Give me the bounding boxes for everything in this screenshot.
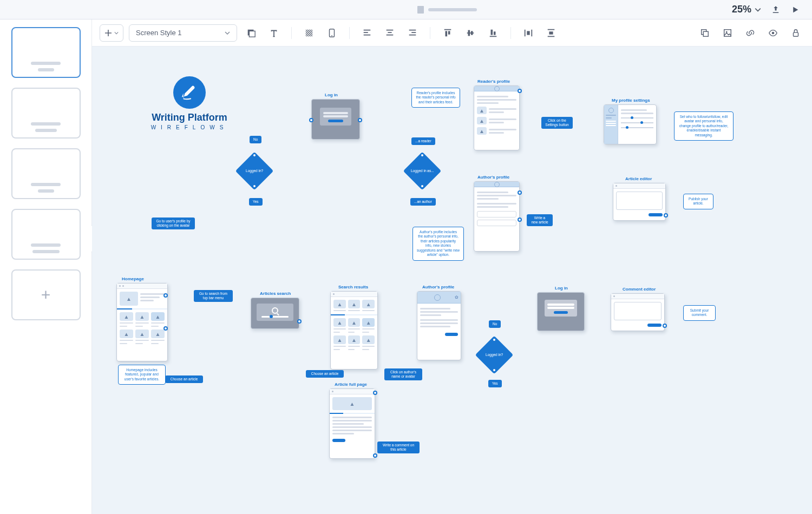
- page-thumbnail[interactable]: [11, 88, 81, 139]
- screen-label: Log in: [555, 286, 568, 291]
- text-tool-button[interactable]: [265, 24, 283, 42]
- edge-label: Choose an article: [306, 370, 344, 378]
- screen-search-results[interactable]: ▲▲▲ ▲ ▲ ▲ ▲ ▲ ▲: [330, 291, 378, 370]
- svg-rect-8: [448, 31, 450, 34]
- zoom-control[interactable]: 25%: [732, 4, 761, 15]
- link-icon[interactable]: [742, 24, 759, 42]
- edge-label: Go to search from top bar menu: [194, 290, 233, 302]
- edge-label: ...an author: [410, 198, 436, 206]
- screen-login[interactable]: [311, 99, 360, 140]
- svg-rect-20: [794, 32, 798, 36]
- screen-author-profile[interactable]: [474, 181, 520, 252]
- add-element-button[interactable]: [100, 24, 123, 42]
- svg-point-6: [331, 35, 332, 36]
- screen-homepage[interactable]: ▲ ▲ ▲ ▲ ▲ ▲ ▲: [116, 283, 168, 361]
- chevron-down-icon: [114, 31, 119, 35]
- canvas[interactable]: Writing Platform WIREFLOWS Log in Logged…: [92, 47, 812, 514]
- note-settings: Set who to follow/unfollow, edit avatar …: [674, 111, 734, 141]
- diagram-logo: Writing Platform WIREFLOWS: [122, 76, 257, 130]
- edge-label-yes: Yes: [249, 198, 263, 206]
- svg-rect-9: [468, 30, 470, 36]
- title-placeholder-bar: [428, 8, 477, 11]
- svg-rect-4: [306, 29, 313, 36]
- edge-label: Click on author's name or avatar: [384, 368, 422, 380]
- device-frame-button[interactable]: [323, 24, 340, 42]
- screen-label: Article full page: [335, 382, 367, 387]
- screen-style-label: Screen Style 1: [136, 29, 182, 37]
- align-top-button[interactable]: [439, 24, 456, 42]
- play-icon[interactable]: [790, 5, 800, 15]
- svg-rect-17: [724, 29, 731, 36]
- svg-rect-16: [703, 31, 708, 36]
- edge-label: Write a new article: [527, 214, 553, 226]
- screen-label: Author's profile: [422, 285, 454, 289]
- screen-login-2[interactable]: [537, 292, 585, 331]
- document-title[interactable]: [417, 6, 477, 14]
- note-homepage: Homepage includes featured, popular and …: [118, 365, 166, 385]
- edge-label: ...a reader: [411, 137, 435, 145]
- copy-button[interactable]: [696, 24, 713, 42]
- logo-title: Writing Platform: [152, 112, 227, 123]
- screen-label: Author's profile: [477, 175, 509, 180]
- visibility-icon[interactable]: [764, 24, 782, 42]
- svg-rect-10: [471, 31, 473, 35]
- align-bottom-button[interactable]: [484, 24, 502, 42]
- zoom-value: 25%: [732, 4, 751, 15]
- screen-label: Comment editor: [623, 287, 656, 292]
- screen-label: Log in: [325, 93, 338, 97]
- shape-tool-button[interactable]: [243, 24, 260, 42]
- svg-rect-7: [446, 31, 448, 36]
- note-author: Author's profile includes the author's p…: [412, 227, 464, 261]
- screen-label: Search results: [338, 285, 368, 289]
- edge-label: Yes: [488, 380, 502, 387]
- edge-label: Choose an article: [165, 375, 203, 383]
- title-bar: 25%: [0, 0, 812, 19]
- add-page-button[interactable]: +: [11, 269, 81, 320]
- document-icon: [417, 6, 424, 14]
- page-thumbnail[interactable]: [11, 148, 81, 199]
- edge-label: Go to user's profile by clicking on the …: [152, 218, 195, 229]
- svg-rect-12: [494, 31, 496, 35]
- screen-comment-editor[interactable]: [611, 293, 665, 331]
- svg-rect-13: [527, 31, 529, 35]
- note-reader: Reader's profile includes the reader's p…: [411, 88, 460, 108]
- upload-icon[interactable]: [771, 5, 781, 15]
- lock-icon[interactable]: [787, 24, 804, 42]
- align-middle-button[interactable]: [462, 24, 479, 42]
- screen-label: My profile settings: [612, 98, 650, 103]
- svg-point-19: [772, 31, 775, 34]
- align-right-button[interactable]: [404, 24, 421, 42]
- screen-style-select[interactable]: Screen Style 1: [129, 24, 237, 42]
- page-thumbnail[interactable]: [11, 209, 81, 260]
- distribute-vertical-button[interactable]: [542, 24, 560, 42]
- toolbar: Screen Style 1: [92, 19, 812, 47]
- edge-label: Click on the Settings button: [541, 117, 573, 129]
- screen-label: Reader's profile: [477, 79, 510, 84]
- opacity-button[interactable]: [300, 24, 318, 42]
- screen-author-profile-2[interactable]: ✿: [417, 291, 461, 360]
- align-center-button[interactable]: [381, 24, 398, 42]
- plus-icon: [104, 29, 112, 37]
- edge-label: No: [489, 320, 501, 328]
- svg-rect-14: [549, 31, 553, 34]
- pages-rail: +: [0, 19, 92, 514]
- edge-label-no: No: [250, 136, 261, 143]
- page-thumbnail[interactable]: [11, 27, 81, 78]
- svg-rect-11: [491, 29, 493, 35]
- note-submit: Submit your comment.: [683, 305, 716, 321]
- screen-article-editor[interactable]: [613, 183, 666, 221]
- chevron-down-icon: [225, 30, 230, 36]
- image-button[interactable]: [719, 24, 736, 42]
- distribute-horizontal-button[interactable]: [520, 24, 537, 42]
- screen-label: Homepage: [122, 276, 144, 281]
- screen-label: Articles search: [260, 291, 291, 296]
- screen-settings[interactable]: [604, 104, 657, 144]
- svg-rect-1: [249, 31, 255, 37]
- screen-reader-profile[interactable]: ▲ ▲ ▲: [474, 85, 520, 150]
- screen-articles-search[interactable]: [251, 298, 299, 329]
- chevron-down-icon: [755, 6, 761, 13]
- edge-label: Write a comment on this article: [377, 441, 420, 453]
- pen-logo-icon: [173, 76, 206, 109]
- screen-article-full[interactable]: ▲: [329, 388, 375, 459]
- align-left-button[interactable]: [358, 24, 376, 42]
